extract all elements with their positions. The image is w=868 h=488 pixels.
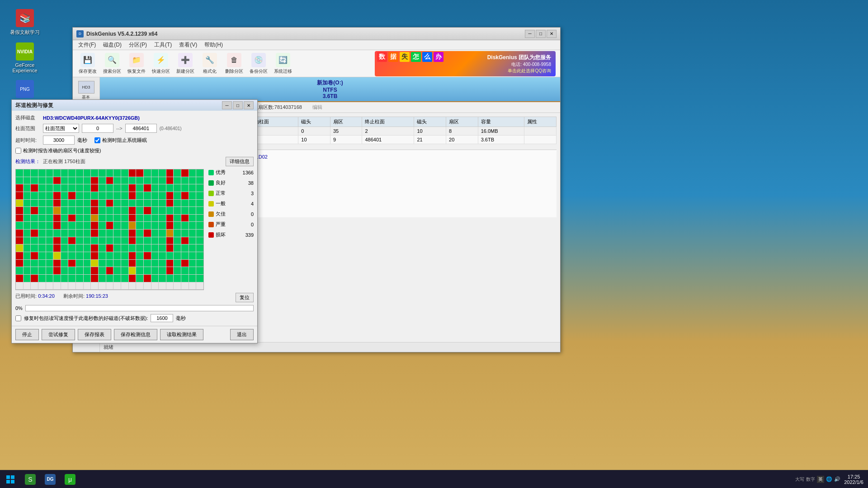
taskbar-app-green[interactable]: S — [20, 470, 40, 488]
range-end-input[interactable] — [125, 124, 157, 133]
repair-value-input[interactable] — [151, 314, 173, 322]
save-report-button[interactable]: 保存报表 — [78, 329, 111, 340]
ad-line3: 单击此处选择QQ咨询 — [487, 68, 551, 74]
maximize-button[interactable]: □ — [536, 30, 546, 38]
menu-disk[interactable]: 磁盘(D) — [99, 40, 125, 50]
desktop-icon-summer[interactable]: 📚 暑假文献学习 — [9, 9, 41, 36]
scan-cell — [38, 282, 46, 290]
scan-cell — [121, 207, 128, 214]
cell-ss0: 35 — [330, 127, 362, 136]
toolbar-search[interactable]: 🔍 搜索分区 — [101, 53, 123, 75]
elapsed-label: 已用时间: — [15, 293, 37, 299]
dialog-minimize-button[interactable]: ─ — [222, 101, 232, 109]
toolbar-migrate[interactable]: 🔄 系统迁移 — [272, 53, 294, 75]
load-detect-button[interactable]: 读取检测结果 — [160, 329, 203, 340]
scan-cell — [46, 260, 53, 267]
desktop-icon-geforce[interactable]: NVIDIA GeForce Experience — [9, 42, 41, 73]
toolbar-format[interactable]: 🔧 格式化 — [198, 53, 221, 75]
scan-cell — [174, 177, 181, 184]
toolbar-backup-label: 备份分区 — [250, 68, 268, 75]
scan-cell — [24, 222, 31, 229]
menu-tools[interactable]: 工具(T) — [151, 40, 175, 50]
reset-button[interactable]: 复位 — [236, 293, 254, 302]
scan-cell — [61, 275, 68, 282]
detail-button[interactable]: 详细信息 — [226, 157, 254, 166]
scan-cell — [84, 252, 91, 259]
scan-cell — [46, 184, 53, 192]
desktop-icon-geforce-label: GeForce Experience — [9, 62, 41, 73]
scan-cell — [159, 282, 166, 290]
toolbar-save[interactable]: 💾 保存更改 — [76, 53, 99, 75]
scan-cell — [76, 275, 83, 282]
status-bar: 就绪 — [100, 342, 560, 352]
try-repair-button[interactable]: 尝试修复 — [42, 329, 75, 340]
cell-sh0: 0 — [298, 127, 330, 136]
toolbar-ad-banner[interactable]: 数 据 失 怎 么 办 DiskGenius 团队为您服务 电话: 400-00… — [375, 51, 556, 76]
toolbar-delete[interactable]: 🗑 删除分区 — [223, 53, 245, 75]
scan-cell — [53, 275, 61, 282]
scan-cell — [38, 200, 46, 207]
scan-cell — [129, 169, 136, 177]
scan-cell — [61, 282, 68, 290]
taskbar-app-blue[interactable]: μ — [60, 470, 80, 488]
scan-cell — [189, 222, 196, 229]
taskbar-app-diskgenius[interactable]: DG — [40, 470, 60, 488]
scan-cell — [91, 192, 98, 199]
save-detect-button[interactable]: 保存检测信息 — [114, 329, 157, 340]
check-accurate[interactable] — [15, 148, 21, 154]
scan-cell — [189, 207, 196, 214]
scan-cell — [68, 177, 75, 184]
scan-cell — [151, 267, 159, 274]
menu-partition[interactable]: 分区(P) — [125, 40, 151, 50]
stop-button[interactable]: 停止 — [15, 329, 39, 340]
scan-cell — [106, 252, 113, 259]
scan-cell — [46, 267, 53, 274]
scan-cell — [91, 207, 98, 214]
toolbar-new-partition[interactable]: ➕ 新建分区 — [174, 53, 197, 75]
scan-cell — [181, 244, 189, 252]
windows-icon — [6, 475, 15, 484]
taskbar-caps-label: 大写 — [795, 476, 804, 483]
scan-grid — [15, 169, 204, 290]
scan-cell — [196, 222, 203, 229]
scan-cell — [38, 230, 46, 237]
window-titlebar: D DiskGenius V5.4.2.1239 x64 ─ □ ✕ — [73, 28, 560, 40]
minimize-button[interactable]: ─ — [525, 30, 535, 38]
check-sleep[interactable] — [94, 137, 100, 143]
scan-cell — [113, 260, 121, 267]
scan-legend: 优秀 1366 良好 38 正常 3 一般 — [208, 169, 254, 290]
scan-cell — [91, 215, 98, 222]
scan-cell — [16, 169, 23, 177]
dialog-close-button[interactable]: ✕ — [244, 101, 254, 109]
scan-cell — [113, 207, 121, 214]
scan-cell — [144, 215, 151, 222]
scan-cell — [99, 230, 106, 237]
scan-cell — [106, 200, 113, 207]
scan-cell — [151, 252, 159, 259]
menu-view[interactable]: 查看(V) — [175, 40, 201, 50]
toolbar-recover[interactable]: 📁 恢复文件 — [125, 53, 148, 75]
scan-cell — [189, 192, 196, 199]
range-type-select[interactable]: 柱面范围 — [43, 124, 79, 133]
scan-cell — [129, 237, 136, 244]
toolbar-backup[interactable]: 💿 备份分区 — [247, 53, 270, 75]
dialog-maximize-button[interactable]: □ — [233, 101, 243, 109]
exit-button[interactable]: 退出 — [230, 329, 254, 340]
taskbar-start-button[interactable] — [0, 470, 20, 488]
toolbar-quick-partition[interactable]: ⚡ 快速分区 — [150, 53, 172, 75]
scan-cell — [91, 184, 98, 192]
timeout-input[interactable] — [43, 136, 75, 145]
repair-checkbox[interactable] — [15, 315, 21, 321]
scan-cell — [91, 222, 98, 229]
scan-cell — [166, 252, 174, 259]
range-start-input[interactable] — [82, 124, 113, 133]
col-attr: 属性 — [524, 117, 557, 127]
col-end-cyl: 终止柱面 — [362, 117, 414, 127]
close-button[interactable]: ✕ — [547, 30, 557, 38]
menu-help[interactable]: 帮助(H) — [201, 40, 226, 50]
menu-file[interactable]: 文件(F) — [75, 40, 99, 50]
toolbar-format-label: 格式化 — [203, 68, 217, 75]
dialog-title: 坏道检测与修复 — [15, 102, 53, 109]
partition-bar[interactable]: 新加卷(O:) NTFS 3.6TB — [100, 77, 560, 102]
scan-cell — [113, 267, 121, 274]
